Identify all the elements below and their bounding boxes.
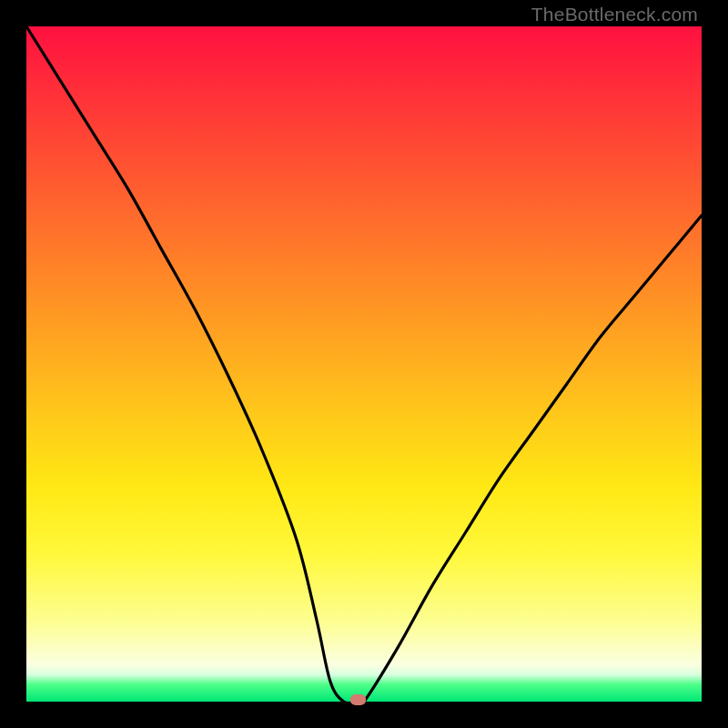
chart-frame: TheBottleneck.com — [0, 0, 728, 728]
watermark-text: TheBottleneck.com — [531, 4, 698, 25]
bottleneck-curve — [26, 26, 702, 702]
minimum-marker — [350, 694, 366, 705]
